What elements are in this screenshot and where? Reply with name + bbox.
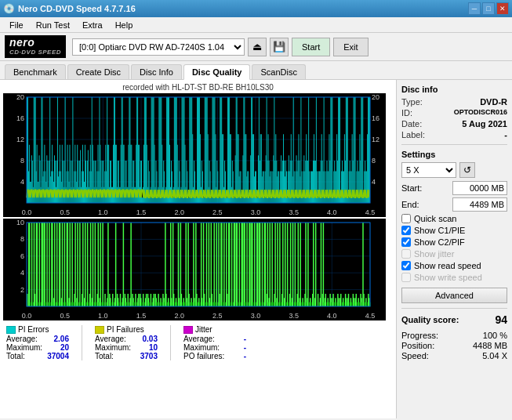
minimize-button[interactable]: ─ xyxy=(468,2,481,15)
divider-1 xyxy=(82,325,82,360)
main-content: recorded with HL-DT-ST BD-RE BH10LS30 PI… xyxy=(0,80,512,418)
pi-failures-total-val: 3703 xyxy=(140,352,158,360)
jitter-max-val: - xyxy=(244,343,246,352)
disc-type-label: Type: xyxy=(401,97,423,107)
pi-errors-stats: PI Errors Average: 2.06 Maximum: 20 Tota… xyxy=(6,325,69,360)
show-c2-checkbox[interactable] xyxy=(401,237,411,247)
pi-failures-total-row: Total: 3703 xyxy=(95,352,158,360)
show-write-speed-row: Show write speed xyxy=(401,273,507,282)
jitter-label: Jitter xyxy=(195,325,212,334)
divider-info-settings xyxy=(401,144,507,145)
jitter-avg-label: Average: xyxy=(183,335,215,343)
tab-create-disc[interactable]: Create Disc xyxy=(67,64,129,79)
pi-errors-total-val: 37004 xyxy=(47,352,69,360)
pi-failures-avg-row: Average: 0.03 xyxy=(95,335,158,343)
quality-score-value: 94 xyxy=(495,313,507,326)
titlebar-left: 💿 Nero CD-DVD Speed 4.7.7.16 xyxy=(3,3,136,14)
menu-file[interactable]: File xyxy=(3,19,30,31)
save-button[interactable]: 💾 xyxy=(270,38,289,56)
drive-selector[interactable]: [0:0] Optiarc DVD RW AD-7240S 1.04 xyxy=(72,38,245,56)
speed-row: 5 X ↺ xyxy=(401,162,507,178)
show-c1-row: Show C1/PIE xyxy=(401,226,507,235)
pi-errors-avg-val: 2.06 xyxy=(54,335,69,343)
disc-label-value: - xyxy=(504,130,507,139)
speed-value-quality: 5.04 X xyxy=(482,351,507,360)
disc-date-label: Date: xyxy=(401,119,422,129)
pi-errors-max-val: 20 xyxy=(60,343,69,352)
start-label: Start: xyxy=(401,183,422,193)
app-icon: 💿 xyxy=(3,3,15,14)
window-controls: ─ □ ✕ xyxy=(468,2,509,15)
jitter-po-row: PO failures: - xyxy=(183,352,246,360)
eject-button[interactable]: ⏏ xyxy=(248,38,267,56)
jitter-max-label: Maximum: xyxy=(183,343,220,352)
bottom-chart-container xyxy=(3,219,393,320)
exit-button[interactable]: Exit xyxy=(333,38,368,56)
tab-benchmark[interactable]: Benchmark xyxy=(5,64,66,79)
show-c2-row: Show C2/PIF xyxy=(401,237,507,247)
jitter-stats: Jitter Average: - Maximum: - PO failures… xyxy=(183,325,246,360)
end-mb-row: End: xyxy=(401,197,507,212)
speed-selector[interactable]: 5 X xyxy=(401,162,456,178)
close-button[interactable]: ✕ xyxy=(496,2,509,15)
quality-score-label: Quality score: xyxy=(401,315,459,324)
maximize-button[interactable]: □ xyxy=(482,2,495,15)
menubar: File Run Test Extra Help xyxy=(0,17,512,33)
quality-score-row: Quality score: 94 xyxy=(401,313,507,326)
progress-row: Progress: 100 % xyxy=(401,331,507,340)
pi-failures-color xyxy=(95,326,104,334)
pi-errors-max-row: Maximum: 20 xyxy=(6,343,69,352)
position-label: Position: xyxy=(401,341,434,350)
advanced-button[interactable]: Advanced xyxy=(401,288,507,303)
pi-failures-avg-val: 0.03 xyxy=(143,335,158,343)
show-c1-checkbox[interactable] xyxy=(401,226,411,235)
progress-label: Progress: xyxy=(401,331,438,340)
progress-value: 100 % xyxy=(483,331,507,340)
pi-errors-label-row: PI Errors xyxy=(6,325,69,334)
pi-failures-max-label: Maximum: xyxy=(95,343,131,352)
jitter-color xyxy=(183,326,193,334)
disc-id-label: ID: xyxy=(401,108,412,118)
app-title: Nero CD-DVD Speed 4.7.7.16 xyxy=(18,4,136,13)
quick-scan-checkbox[interactable] xyxy=(401,214,411,223)
pi-failures-stats: PI Failures Average: 0.03 Maximum: 10 To… xyxy=(95,325,158,360)
pi-errors-color xyxy=(6,326,16,334)
pi-failures-total-label: Total: xyxy=(95,352,114,360)
show-read-speed-row: Show read speed xyxy=(401,261,507,270)
pi-errors-total-row: Total: 37004 xyxy=(6,352,69,360)
end-input[interactable] xyxy=(452,197,507,212)
progress-section: Progress: 100 % Position: 4488 MB Speed:… xyxy=(401,331,507,360)
top-chart-container xyxy=(3,93,393,217)
titlebar: 💿 Nero CD-DVD Speed 4.7.7.16 ─ □ ✕ xyxy=(0,0,512,17)
show-jitter-label: Show jitter xyxy=(414,249,454,259)
pi-errors-max-label: Maximum: xyxy=(6,343,42,352)
pi-errors-total-label: Total: xyxy=(6,352,25,360)
start-input[interactable] xyxy=(452,181,507,195)
show-read-speed-checkbox[interactable] xyxy=(401,261,411,270)
tab-disc-info[interactable]: Disc Info xyxy=(131,64,182,79)
tab-disc-quality[interactable]: Disc Quality xyxy=(183,64,251,80)
menu-extra[interactable]: Extra xyxy=(76,19,109,31)
refresh-button[interactable]: ↺ xyxy=(459,162,475,178)
chart-header: recorded with HL-DT-ST BD-RE BH10LS30 xyxy=(3,83,393,92)
pi-failures-avg-label: Average: xyxy=(95,335,126,343)
disc-id-row: ID: OPTODISCR016 xyxy=(401,108,507,118)
divider-settings-quality xyxy=(401,308,507,309)
settings-title: Settings xyxy=(401,150,507,159)
top-chart-canvas xyxy=(3,93,386,217)
menu-run-test[interactable]: Run Test xyxy=(30,19,76,31)
jitter-avg-row: Average: - xyxy=(183,335,246,343)
jitter-avg-val: - xyxy=(244,335,246,343)
disc-date-row: Date: 5 Aug 2021 xyxy=(401,119,507,129)
pi-failures-label-row: PI Failures xyxy=(95,325,158,334)
stats-bar: PI Errors Average: 2.06 Maximum: 20 Tota… xyxy=(3,322,393,360)
start-button[interactable]: Start xyxy=(292,38,330,56)
menu-help[interactable]: Help xyxy=(109,19,140,31)
position-value: 4488 MB xyxy=(473,341,507,350)
speed-row-quality: Speed: 5.04 X xyxy=(401,351,507,360)
show-c1-label: Show C1/PIE xyxy=(414,226,465,235)
show-write-speed-label: Show write speed xyxy=(414,273,482,282)
right-panel: Disc info Type: DVD-R ID: OPTODISCR016 D… xyxy=(396,80,512,418)
tab-scan-disc[interactable]: ScanDisc xyxy=(252,64,305,79)
jitter-po-val: - xyxy=(244,352,246,360)
